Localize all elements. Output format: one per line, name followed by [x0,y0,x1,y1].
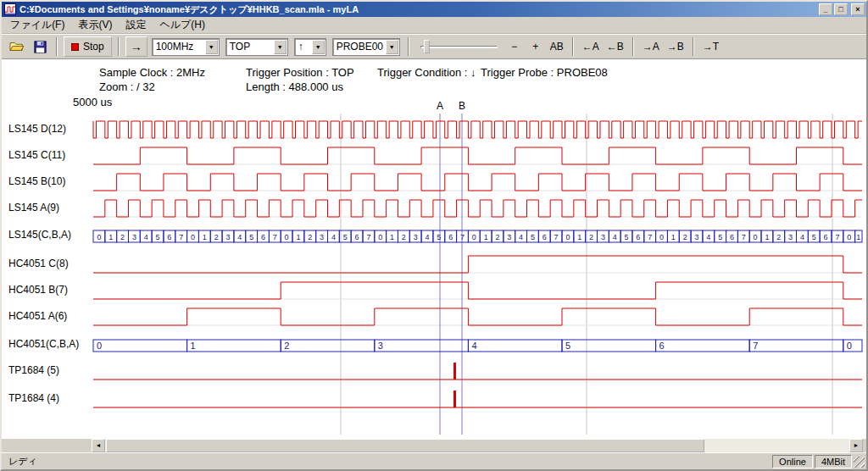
scroll-right-button[interactable]: ► [849,439,863,452]
goto-b-left-button[interactable]: ←B [604,36,626,57]
sample-clock-info: Sample Clock : 2MHz [99,66,205,79]
trigger-edge-select[interactable]: ↑ ▼ [294,38,326,56]
status-online: Online [772,455,813,468]
menu-help[interactable]: ヘルプ(H) [153,16,212,34]
trigger-condition-info: Trigger Condition : ↓ [377,66,476,79]
run-button[interactable]: → [125,36,147,57]
time-scale-label: 5000 us [73,96,112,108]
probe-value: PROBE00 [333,41,386,53]
goto-trigger-button[interactable]: →T [700,36,721,57]
app-window: C:¥Documents and Settings¥noname¥デスクトップ¥… [0,0,868,471]
chevron-down-icon[interactable]: ▼ [205,40,218,54]
status-memory: 4MBit [815,455,852,468]
channel-label: TP1684 (5) [8,364,92,376]
chevron-down-icon[interactable]: ▼ [274,40,287,54]
trigger-position-value: TOP [226,41,274,53]
maximize-button[interactable]: □ [834,3,848,15]
position-slider[interactable] [419,36,499,57]
save-file-button[interactable] [30,36,50,57]
zoom-in-button[interactable]: + [526,36,545,57]
sample-clock-select[interactable]: 100MHz ▼ [152,38,220,56]
goto-a-left-button[interactable]: ←A [580,36,602,57]
stop-button[interactable]: Stop [64,36,112,57]
stop-icon [71,43,79,51]
trigger-position-select[interactable]: TOP ▼ [225,38,288,56]
toolbar-separator [408,37,409,56]
zoom-out-button[interactable]: − [505,36,524,57]
probe-select[interactable]: PROBE00 ▼ [332,38,400,56]
stop-button-label: Stop [83,41,104,53]
sample-clock-value: 100MHz [153,41,205,53]
window-title: C:¥Documents and Settings¥noname¥デスクトップ¥… [17,3,819,16]
trigger-edge-value: ↑ [295,41,312,53]
titlebar[interactable]: C:¥Documents and Settings¥noname¥デスクトップ¥… [2,2,866,17]
window-controls: _ □ × [819,3,865,15]
channel-label: HC4051 B(7) [8,284,92,296]
position-slider-thumb[interactable] [424,40,430,53]
chevron-down-icon[interactable]: ▼ [386,40,398,54]
length-info: Length : 488.000 us [246,80,343,93]
menu-view[interactable]: 表示(V) [71,16,119,34]
app-icon [3,3,17,15]
toolbar-separator [56,37,58,56]
zoom-info: Zoom : / 32 [99,80,155,93]
statusbar: レディ Online 4MBit [2,452,866,469]
horizontal-scrollbar[interactable]: ◄ ► [92,439,863,452]
channel-label: LS145 D(12) [8,123,92,135]
trigger-position-info: Trigger Position : TOP [246,66,354,79]
toolbar-separator [572,37,574,56]
channel-label: LS145 A(9) [8,202,92,213]
menubar: ファイル(F) 表示(V) 設定 ヘルプ(H) [2,17,866,34]
status-ready: レディ [3,455,771,468]
menu-settings[interactable]: 設定 [119,16,153,34]
channel-label: HC4051(C,B,A) [8,338,92,350]
menu-file[interactable]: ファイル(F) [3,16,71,34]
waveform-client-area [2,59,866,439]
ab-button[interactable]: AB [548,36,566,57]
channel-label: LS145(C,B,A) [8,229,92,241]
minimize-button[interactable]: _ [819,3,832,15]
channel-label: LS145 C(11) [8,149,92,161]
chevron-down-icon[interactable]: ▼ [312,40,325,54]
close-button[interactable]: × [851,3,865,15]
position-slider-track [420,46,498,48]
resize-grip-icon[interactable] [854,457,865,468]
toolbar-separator [632,37,634,56]
goto-a-right-button[interactable]: →A [640,36,662,57]
channel-label: HC4051 C(8) [8,258,92,269]
save-floppy-icon [33,40,47,54]
trigger-probe-info: Trigger Probe : PROBE08 [481,66,608,79]
toolbar-separator [693,37,694,56]
open-file-button[interactable] [7,36,27,57]
toolbar-separator [118,37,120,56]
scroll-left-button[interactable]: ◄ [92,439,105,452]
channel-label: LS145 B(10) [8,175,92,187]
open-folder-icon [9,40,25,53]
channel-label: TP1684 (4) [8,392,92,404]
channel-label: HC4051 A(6) [8,310,92,322]
scrollbar-thumb[interactable] [106,439,704,452]
toolbar: Stop → 100MHz ▼ TOP ▼ ↑ ▼ PROBE00 ▼ − + … [2,34,866,59]
goto-b-right-button[interactable]: →B [665,36,687,57]
